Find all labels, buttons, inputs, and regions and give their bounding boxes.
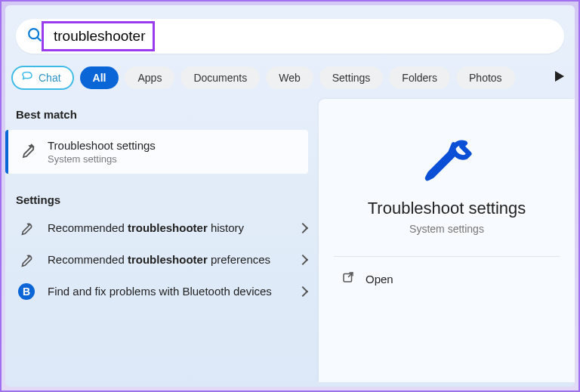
filter-tabs: Chat All Apps Documents Web Settings Fol… [5,54,575,99]
tab-all[interactable]: All [80,66,119,89]
best-match-title: Troubleshoot settings [48,139,156,152]
svg-point-0 [29,29,39,39]
tab-documents[interactable]: Documents [180,66,260,89]
chevron-right-icon [298,223,308,233]
chevron-right-icon [298,286,308,297]
wrench-icon [16,252,37,268]
best-match-item[interactable]: Troubleshoot settings System settings [5,130,308,174]
wrench-icon [16,220,37,236]
tab-settings[interactable]: Settings [319,66,384,89]
results-content: Best match Troubleshoot settings System … [5,99,575,382]
open-icon [341,270,355,287]
wrench-icon [334,129,560,188]
section-settings: Settings [5,184,319,212]
search-icon [26,26,43,46]
preview-subtitle: System settings [334,223,560,235]
preview-title: Troubleshoot settings [334,199,560,218]
result-troubleshooter-preferences[interactable]: Recommended troubleshooter preferences [5,244,319,276]
open-label: Open [366,273,393,286]
best-match-subtitle: System settings [48,153,156,165]
tabs-scroll-right[interactable] [555,71,564,82]
tab-photos[interactable]: Photos [456,66,515,89]
result-label: Find and fix problems with Bluetooth dev… [48,284,288,299]
result-label: Recommended troubleshooter history [48,221,288,236]
open-action[interactable]: Open [334,257,560,301]
result-bluetooth-fix[interactable]: B Find and fix problems with Bluetooth d… [5,276,319,307]
wrench-icon [19,141,37,162]
result-troubleshooter-history[interactable]: Recommended troubleshooter history [5,212,319,244]
result-label: Recommended troubleshooter preferences [48,252,288,267]
tab-chat-label: Chat [39,72,61,84]
tab-folders[interactable]: Folders [389,66,450,89]
preview-pane: Troubleshoot settings System settings Op… [319,99,575,382]
section-best-match: Best match [5,99,319,127]
search-input[interactable] [54,28,159,45]
bluetooth-icon: B [16,283,37,300]
tab-web[interactable]: Web [266,66,313,89]
svg-line-1 [38,38,42,42]
tab-apps[interactable]: Apps [125,66,174,89]
results-left: Best match Troubleshoot settings System … [5,99,319,382]
tab-chat[interactable]: Chat [11,66,74,90]
best-match-text: Troubleshoot settings System settings [48,139,156,165]
chevron-right-icon [298,255,308,265]
search-window: Chat All Apps Documents Web Settings Fol… [5,5,575,387]
search-bar[interactable] [16,19,564,54]
